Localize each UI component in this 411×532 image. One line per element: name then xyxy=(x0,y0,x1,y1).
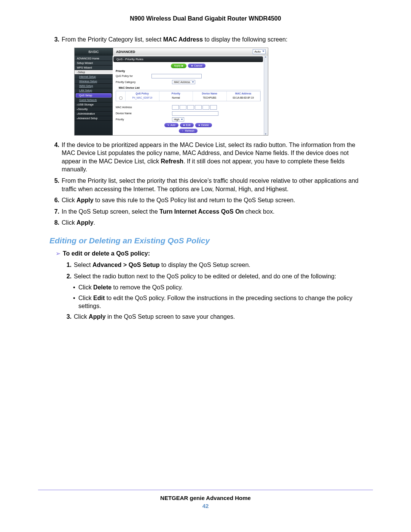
col-mac-address: MAC Address xyxy=(227,91,261,96)
step-number: 4. xyxy=(49,141,62,174)
nav-wireless-setup[interactable]: Wireless Setup xyxy=(75,79,113,84)
text: to edit the QoS policy. Follow the instr… xyxy=(78,295,352,310)
content-pane: QoS - Priority Rules Apply ▶ Cancel Prio… xyxy=(113,56,264,135)
router-ui-screenshot: BASIC ADVANCED Auto ADVANCED Home Setup … xyxy=(74,48,268,136)
mac-device-list-header: MAC Device List xyxy=(116,86,261,90)
nav-lan-setup[interactable]: LAN Setup xyxy=(75,88,113,93)
step-number: 8. xyxy=(49,219,62,227)
col-radio xyxy=(116,91,126,96)
policy-for-input[interactable] xyxy=(151,74,202,78)
bold-text: Apply xyxy=(89,313,105,320)
nav-internet-setup[interactable]: Internet Setup xyxy=(75,75,113,79)
text: Click xyxy=(74,313,89,320)
nav-wps-wizard[interactable]: WPS Wizard xyxy=(75,66,113,70)
nav-advanced-home[interactable]: ADVANCED Home xyxy=(75,56,113,61)
page-footer: NETGEAR genie Advanced Home 42 xyxy=(0,490,411,509)
step-number: 2. xyxy=(62,272,74,281)
mac-address-label: MAC Address xyxy=(116,106,150,109)
cell-mac: 00:1A:6B:6D:8F:19 xyxy=(227,96,261,101)
add-button[interactable]: Add xyxy=(164,123,178,127)
mac-device-table: QoS Policy Priority Device Name MAC Addr… xyxy=(116,91,261,101)
bold-text: Turn Internet Access QoS On xyxy=(159,208,244,215)
edit-step-3: 3. Click Apply in the QoS Setup screen t… xyxy=(62,313,362,321)
cell-device: TECHPUBS xyxy=(193,96,227,101)
bold-text: Apply xyxy=(76,219,93,226)
scrollbar[interactable] xyxy=(264,56,268,135)
priority-select[interactable]: High xyxy=(172,117,184,121)
bold-text: Refresh xyxy=(161,158,184,165)
footer-title: NETGEAR genie Advanced Home xyxy=(0,495,411,501)
text: to display the following screen: xyxy=(203,36,287,43)
mac-address-inputs[interactable] xyxy=(172,105,217,110)
text: In the QoS Setup screen, select the xyxy=(62,208,159,215)
step-number: 7. xyxy=(49,208,62,216)
nav-advanced-setup[interactable]: Advanced Setup xyxy=(75,116,113,121)
text: To edit or delete a QoS policy: xyxy=(63,250,150,257)
edit-button[interactable]: Edit xyxy=(180,123,194,127)
policy-for-label: QoS Policy for xyxy=(116,75,150,77)
nav-security[interactable]: Security xyxy=(75,107,113,112)
step-number: 3. xyxy=(49,35,62,44)
text: From the Priority list, select the prior… xyxy=(62,177,362,193)
text: Select xyxy=(74,262,92,268)
step-5: 5. From the Priority list, select the pr… xyxy=(49,177,362,193)
row-radio[interactable] xyxy=(116,96,126,101)
cell-policy: Pri_MAC_6D8F19 xyxy=(126,96,159,101)
bullet-edit: • Click Edit to edit the QoS policy. Fol… xyxy=(62,294,362,310)
col-priority: Priority xyxy=(159,91,193,96)
bold-text: Edit xyxy=(93,295,105,301)
col-qos-policy: QoS Policy xyxy=(126,91,159,96)
nav-usb-storage[interactable]: USB Storage xyxy=(75,102,113,107)
step-number: 3. xyxy=(62,313,74,321)
text: Select the radio button next to the QoS … xyxy=(74,272,362,281)
step-4: 4. If the device to be prioritized appea… xyxy=(49,141,362,174)
pane-title: QoS - Priority Rules xyxy=(113,56,263,62)
step-7: 7. In the QoS Setup screen, select the T… xyxy=(49,208,362,216)
nav-wan-setup[interactable]: WAN Setup xyxy=(75,84,113,88)
nav-administration[interactable]: Administration xyxy=(75,112,113,116)
apply-button[interactable]: Apply ▶ xyxy=(171,64,186,68)
text: From the Priority Category list, select xyxy=(62,36,163,43)
nav-setup-wizard[interactable]: Setup Wizard xyxy=(75,61,113,66)
tab-advanced[interactable]: ADVANCED xyxy=(113,48,162,56)
bold-text: Advanced > QoS Setup xyxy=(92,262,159,268)
text: Click xyxy=(62,197,76,203)
edit-step-2: 2. Select the radio button next to the Q… xyxy=(62,272,362,281)
text: Click xyxy=(62,219,76,226)
priority2-label: Priority xyxy=(116,118,150,121)
sidebar-nav: ADVANCED Home Setup Wizard WPS Wizard Se… xyxy=(75,56,113,135)
edit-step-1: 1. Select Advanced > QoS Setup to displa… xyxy=(62,261,362,269)
bold-text: MAC Address xyxy=(163,36,203,43)
nav-qos-setup[interactable]: QoS Setup xyxy=(76,93,112,97)
tab-basic[interactable]: BASIC xyxy=(75,48,113,56)
page-header: N900 Wireless Dual Band Gigabit Router W… xyxy=(49,15,362,22)
nav-setup[interactable]: Setup xyxy=(75,70,113,75)
cancel-button[interactable]: Cancel xyxy=(188,64,206,68)
priority-category-select[interactable]: MAC Address xyxy=(172,80,195,84)
priority-label: Priority xyxy=(116,70,150,72)
text: to display the QoS Setup screen. xyxy=(159,262,250,268)
delete-button[interactable]: Delete xyxy=(195,123,212,127)
bold-text: Apply xyxy=(76,197,93,203)
text: to save this rule to the QoS Policy list… xyxy=(94,197,295,203)
section-heading: Editing or Deleting an Existing QoS Poli… xyxy=(49,236,362,245)
bullet-icon: • xyxy=(73,283,78,292)
text: . xyxy=(94,219,95,226)
step-number: 5. xyxy=(49,177,62,193)
refresh-button[interactable]: Refresh xyxy=(179,129,198,133)
bullet-icon: • xyxy=(73,294,78,310)
page-number: 42 xyxy=(0,503,411,509)
text: Click xyxy=(78,284,93,291)
step-3: 3. From the Priority Category list, sele… xyxy=(49,35,362,44)
step-number: 6. xyxy=(49,196,62,204)
step-number: 1. xyxy=(62,261,74,269)
priority-category-label: Priority Category xyxy=(116,81,150,83)
device-name-input[interactable] xyxy=(172,111,218,116)
nav-guest-network[interactable]: Guest Network xyxy=(75,98,113,102)
language-select[interactable]: Auto xyxy=(253,49,266,54)
text: in the QoS Setup screen to save your cha… xyxy=(106,313,235,320)
step-8: 8. Click Apply. xyxy=(49,219,362,227)
text: check box. xyxy=(244,208,274,215)
text: to remove the QoS policy. xyxy=(112,284,183,291)
triangle-icon: ➢ xyxy=(56,250,61,257)
